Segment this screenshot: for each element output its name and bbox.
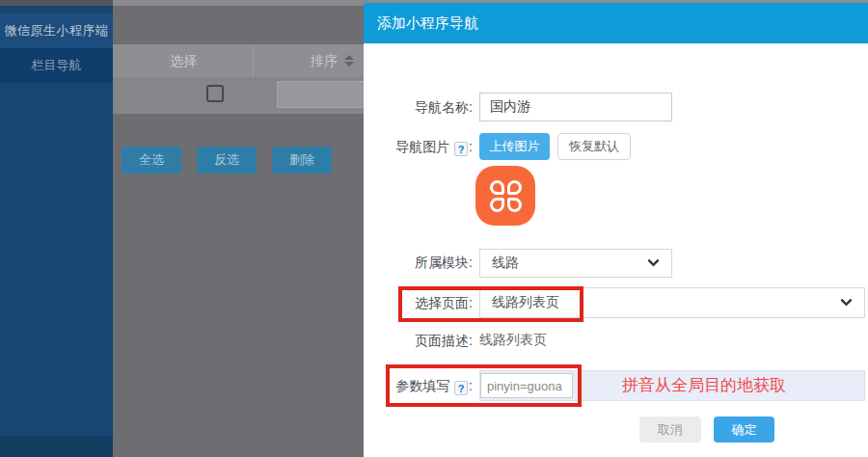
- help-icon[interactable]: ?: [454, 142, 468, 156]
- param-hint-text: 拼音从全局目的地获取: [622, 370, 786, 401]
- label-colon: :: [469, 139, 473, 154]
- modal-header: 添加小程序导航: [364, 3, 868, 43]
- clover-petal: [507, 180, 522, 195]
- chevron-down-icon: [647, 255, 660, 267]
- module-select-value: 线路: [492, 255, 519, 272]
- sidebar-title: 微信原生小程序端: [0, 13, 113, 48]
- row-checkbox[interactable]: [206, 85, 224, 102]
- annotation-box-page: [398, 286, 583, 322]
- column-header-sort[interactable]: 排序: [311, 44, 354, 77]
- module-label: 所属模块:: [364, 249, 473, 276]
- sidebar-item-column-nav[interactable]: 栏目导航: [0, 48, 113, 83]
- nav-preview-icon: [475, 166, 535, 226]
- row-sort-input[interactable]: [277, 81, 366, 108]
- sidebar-footer: [0, 436, 113, 457]
- add-nav-modal: 添加小程序导航 导航名称: 导航图片 ?: 上传图片 恢复默认 所属模块: 线路: [364, 3, 868, 457]
- chevron-down-icon: [840, 294, 853, 307]
- restore-default-button[interactable]: 恢复默认: [557, 133, 631, 160]
- clover-petal: [490, 198, 504, 212]
- page-desc-value: 线路列表页: [479, 332, 547, 349]
- clover-icon: [490, 180, 522, 212]
- modal-title: 添加小程序导航: [377, 3, 478, 43]
- sidebar: 微信原生小程序端 栏目导航: [0, 6, 113, 457]
- nav-image-label: 导航图片 ?:: [364, 133, 473, 160]
- clover-petal: [507, 198, 522, 212]
- sort-arrows-icon[interactable]: [344, 55, 354, 67]
- upload-image-button[interactable]: 上传图片: [479, 133, 550, 160]
- nav-image-label-text: 导航图片: [395, 139, 449, 154]
- column-divider: [253, 45, 254, 76]
- cancel-button[interactable]: 取消: [639, 417, 701, 443]
- select-all-button[interactable]: 全选: [122, 147, 181, 174]
- clover-petal: [490, 180, 504, 195]
- column-header-select: 选择: [170, 44, 197, 77]
- module-select[interactable]: 线路: [479, 249, 672, 278]
- nav-name-label: 导航名称:: [364, 93, 473, 121]
- nav-name-input[interactable]: [479, 93, 672, 121]
- screen: 微信原生小程序端 栏目导航 选择 排序 全选 反选 删除 添加小程序导航 导航名…: [0, 0, 868, 457]
- delete-button[interactable]: 删除: [272, 147, 332, 174]
- annotation-box-param: [386, 364, 582, 407]
- confirm-button[interactable]: 确定: [714, 417, 774, 443]
- invert-selection-button[interactable]: 反选: [197, 147, 257, 174]
- column-sort-label: 排序: [311, 44, 338, 77]
- page-desc-label: 页面描述:: [364, 330, 473, 351]
